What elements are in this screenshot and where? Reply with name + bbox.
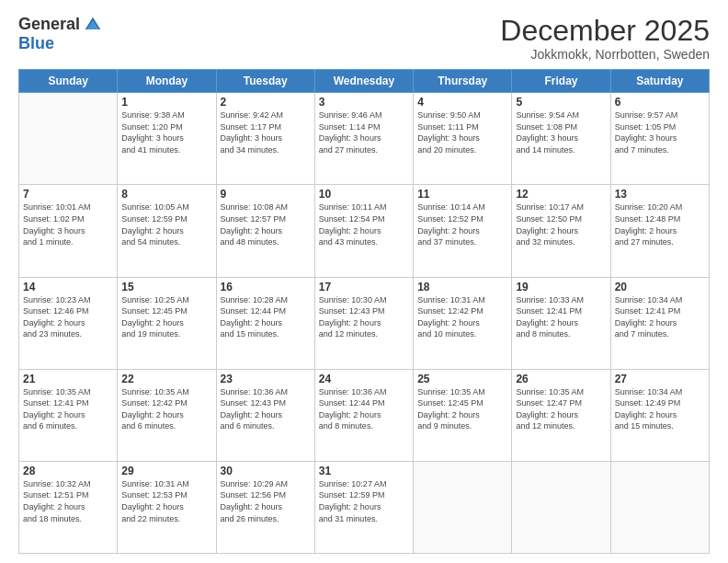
- day-number: 26: [516, 373, 606, 385]
- day-info: Sunrise: 10:30 AM Sunset: 12:43 PM Dayli…: [319, 294, 409, 340]
- weekday-header-thursday: Thursday: [414, 70, 512, 93]
- day-number: 25: [417, 373, 507, 385]
- calendar-cell: 17Sunrise: 10:30 AM Sunset: 12:43 PM Day…: [314, 277, 413, 369]
- calendar-cell: 20Sunrise: 10:34 AM Sunset: 12:41 PM Day…: [610, 277, 709, 369]
- day-info: Sunrise: 10:01 AM Sunset: 1:02 PM Daylig…: [23, 201, 113, 247]
- calendar-cell: 4Sunrise: 9:50 AM Sunset: 1:11 PM Daylig…: [414, 93, 512, 185]
- day-info: Sunrise: 10:05 AM Sunset: 12:59 PM Dayli…: [121, 201, 211, 247]
- calendar-cell: 8Sunrise: 10:05 AM Sunset: 12:59 PM Dayl…: [118, 185, 216, 277]
- day-info: Sunrise: 10:20 AM Sunset: 12:48 PM Dayli…: [615, 201, 705, 247]
- location-text: Jokkmokk, Norrbotten, Sweden: [500, 47, 710, 62]
- calendar-cell: 16Sunrise: 10:28 AM Sunset: 12:44 PM Day…: [216, 277, 314, 369]
- day-number: 11: [417, 188, 507, 201]
- day-info: Sunrise: 10:28 AM Sunset: 12:44 PM Dayli…: [221, 294, 311, 340]
- day-number: 5: [516, 96, 606, 109]
- day-info: Sunrise: 9:54 AM Sunset: 1:08 PM Dayligh…: [516, 109, 606, 155]
- day-number: 10: [319, 188, 409, 201]
- day-info: Sunrise: 10:31 AM Sunset: 12:53 PM Dayli…: [121, 478, 211, 524]
- day-number: 21: [23, 373, 113, 385]
- day-number: 12: [516, 188, 606, 201]
- day-info: Sunrise: 10:35 AM Sunset: 12:41 PM Dayli…: [23, 386, 113, 432]
- day-number: 19: [516, 281, 606, 293]
- day-number: 17: [319, 281, 409, 293]
- calendar-week-row: 28Sunrise: 10:32 AM Sunset: 12:51 PM Day…: [19, 461, 710, 553]
- logo-blue-text: Blue: [18, 34, 54, 53]
- calendar-cell: 7Sunrise: 10:01 AM Sunset: 1:02 PM Dayli…: [19, 185, 118, 277]
- day-info: Sunrise: 10:35 AM Sunset: 12:47 PM Dayli…: [516, 386, 606, 432]
- day-number: 28: [23, 465, 113, 477]
- day-info: Sunrise: 10:29 AM Sunset: 12:56 PM Dayli…: [221, 478, 311, 524]
- calendar-cell: 27Sunrise: 10:34 AM Sunset: 12:49 PM Day…: [610, 369, 709, 461]
- day-number: 4: [417, 96, 507, 109]
- day-number: 31: [319, 465, 409, 477]
- day-info: Sunrise: 10:36 AM Sunset: 12:44 PM Dayli…: [319, 386, 409, 432]
- day-info: Sunrise: 10:27 AM Sunset: 12:59 PM Dayli…: [319, 478, 409, 524]
- calendar-cell: 18Sunrise: 10:31 AM Sunset: 12:42 PM Day…: [414, 277, 512, 369]
- day-info: Sunrise: 10:11 AM Sunset: 12:54 PM Dayli…: [319, 201, 409, 247]
- logo-general-text: General: [18, 15, 80, 34]
- calendar-cell: 31Sunrise: 10:27 AM Sunset: 12:59 PM Day…: [314, 461, 413, 553]
- calendar-cell: 10Sunrise: 10:11 AM Sunset: 12:54 PM Day…: [314, 185, 413, 277]
- day-number: 9: [221, 188, 311, 201]
- calendar-cell: 30Sunrise: 10:29 AM Sunset: 12:56 PM Day…: [216, 461, 314, 553]
- day-info: Sunrise: 10:23 AM Sunset: 12:46 PM Dayli…: [23, 294, 113, 340]
- day-number: 13: [615, 188, 705, 201]
- day-number: 8: [121, 188, 211, 201]
- day-number: 27: [615, 373, 705, 385]
- day-number: 18: [417, 281, 507, 293]
- logo: General Blue: [18, 15, 102, 53]
- day-info: Sunrise: 10:34 AM Sunset: 12:41 PM Dayli…: [615, 294, 705, 340]
- day-info: Sunrise: 10:32 AM Sunset: 12:51 PM Dayli…: [23, 478, 113, 524]
- calendar-cell: 5Sunrise: 9:54 AM Sunset: 1:08 PM Daylig…: [512, 93, 610, 185]
- calendar-week-row: 14Sunrise: 10:23 AM Sunset: 12:46 PM Day…: [19, 277, 710, 369]
- calendar-cell: 22Sunrise: 10:35 AM Sunset: 12:42 PM Day…: [118, 369, 216, 461]
- calendar-cell: 14Sunrise: 10:23 AM Sunset: 12:46 PM Day…: [19, 277, 118, 369]
- calendar-cell: [512, 461, 610, 553]
- calendar-cell: 6Sunrise: 9:57 AM Sunset: 1:05 PM Daylig…: [610, 93, 709, 185]
- calendar-cell: 12Sunrise: 10:17 AM Sunset: 12:50 PM Day…: [512, 185, 610, 277]
- calendar-cell: 3Sunrise: 9:46 AM Sunset: 1:14 PM Daylig…: [314, 93, 413, 185]
- calendar-cell: [19, 93, 118, 185]
- day-number: 2: [221, 96, 311, 109]
- day-number: 23: [221, 373, 311, 385]
- day-number: 6: [615, 96, 705, 109]
- weekday-header-wednesday: Wednesday: [314, 70, 413, 93]
- title-section: December 2025 Jokkmokk, Norrbotten, Swed…: [500, 15, 710, 62]
- calendar-week-row: 1Sunrise: 9:38 AM Sunset: 1:20 PM Daylig…: [19, 93, 710, 185]
- month-title: December 2025: [500, 15, 710, 47]
- calendar-cell: 2Sunrise: 9:42 AM Sunset: 1:17 PM Daylig…: [216, 93, 314, 185]
- calendar-cell: 15Sunrise: 10:25 AM Sunset: 12:45 PM Day…: [118, 277, 216, 369]
- day-number: 1: [121, 96, 211, 109]
- calendar-cell: 26Sunrise: 10:35 AM Sunset: 12:47 PM Day…: [512, 369, 610, 461]
- day-number: 24: [319, 373, 409, 385]
- calendar-cell: 24Sunrise: 10:36 AM Sunset: 12:44 PM Day…: [314, 369, 413, 461]
- day-info: Sunrise: 9:50 AM Sunset: 1:11 PM Dayligh…: [417, 109, 507, 155]
- calendar-week-row: 7Sunrise: 10:01 AM Sunset: 1:02 PM Dayli…: [19, 185, 710, 277]
- calendar-cell: 13Sunrise: 10:20 AM Sunset: 12:48 PM Day…: [610, 185, 709, 277]
- weekday-header-saturday: Saturday: [610, 70, 709, 93]
- day-info: Sunrise: 10:14 AM Sunset: 12:52 PM Dayli…: [417, 201, 507, 247]
- calendar-week-row: 21Sunrise: 10:35 AM Sunset: 12:41 PM Day…: [19, 369, 710, 461]
- day-info: Sunrise: 9:57 AM Sunset: 1:05 PM Dayligh…: [615, 109, 705, 155]
- weekday-header-row: SundayMondayTuesdayWednesdayThursdayFrid…: [19, 70, 710, 93]
- calendar-cell: [610, 461, 709, 553]
- calendar-cell: 19Sunrise: 10:33 AM Sunset: 12:41 PM Day…: [512, 277, 610, 369]
- day-number: 7: [23, 188, 113, 201]
- day-info: Sunrise: 10:25 AM Sunset: 12:45 PM Dayli…: [121, 294, 211, 340]
- day-info: Sunrise: 10:33 AM Sunset: 12:41 PM Dayli…: [516, 294, 606, 340]
- calendar-cell: 11Sunrise: 10:14 AM Sunset: 12:52 PM Day…: [414, 185, 512, 277]
- calendar-table: SundayMondayTuesdayWednesdayThursdayFrid…: [18, 69, 710, 554]
- day-number: 30: [221, 465, 311, 477]
- calendar-cell: [414, 461, 512, 553]
- calendar-cell: 29Sunrise: 10:31 AM Sunset: 12:53 PM Day…: [118, 461, 216, 553]
- day-number: 14: [23, 281, 113, 293]
- calendar-cell: 9Sunrise: 10:08 AM Sunset: 12:57 PM Dayl…: [216, 185, 314, 277]
- day-number: 15: [121, 281, 211, 293]
- calendar-cell: 25Sunrise: 10:35 AM Sunset: 12:45 PM Day…: [414, 369, 512, 461]
- weekday-header-friday: Friday: [512, 70, 610, 93]
- logo-icon: [84, 16, 102, 34]
- header: General Blue December 2025 Jokkmokk, Nor…: [18, 15, 710, 62]
- calendar-cell: 1Sunrise: 9:38 AM Sunset: 1:20 PM Daylig…: [118, 93, 216, 185]
- day-number: 22: [121, 373, 211, 385]
- day-info: Sunrise: 9:38 AM Sunset: 1:20 PM Dayligh…: [121, 109, 211, 155]
